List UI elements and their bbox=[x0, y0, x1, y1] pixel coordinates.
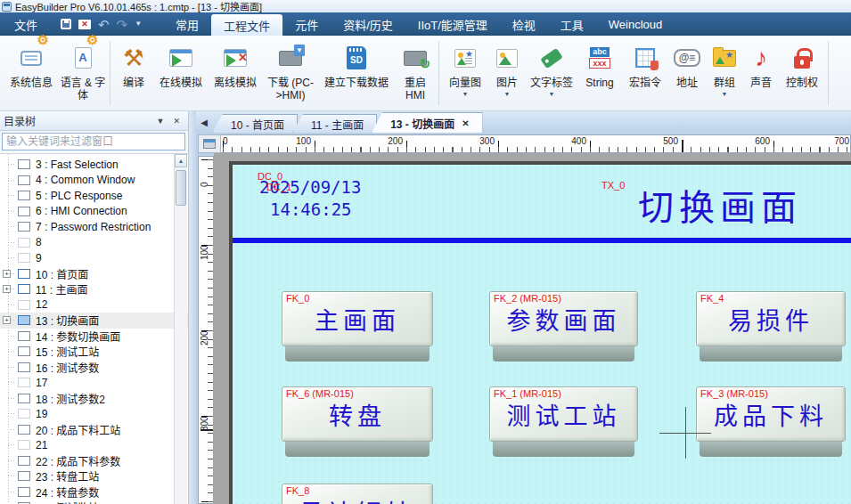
tree-item[interactable]: 25 : 测试监控 bbox=[0, 500, 188, 504]
compile-button[interactable]: ⚒ 编译 bbox=[113, 39, 154, 89]
menu-tab-weincloud[interactable]: Weincloud bbox=[596, 12, 675, 36]
app-icon bbox=[2, 2, 12, 12]
doc-tab-11[interactable]: 11 - 主画面 bbox=[292, 114, 377, 133]
window-icon bbox=[203, 139, 216, 149]
tree-scrollbar[interactable]: ▲ bbox=[174, 154, 187, 504]
expand-icon[interactable] bbox=[3, 285, 11, 293]
divider-line[interactable] bbox=[233, 238, 851, 243]
menu-tab-object[interactable]: 元件 bbox=[282, 12, 331, 36]
tree-item[interactable]: 14 : 参数切换画面 bbox=[0, 329, 188, 345]
picture-button[interactable]: 图片 ▼ bbox=[488, 39, 526, 97]
dropdown-caret-icon[interactable]: ▼ bbox=[549, 91, 555, 97]
function-key-parameter-screen[interactable]: FK_2 (MR-015) 参数画面 bbox=[489, 291, 638, 362]
panel-title: 目录树 bbox=[4, 113, 36, 128]
system-info-button[interactable]: ⚙ 系统信息 bbox=[4, 39, 59, 89]
function-key-main-screen[interactable]: FK_0 主画面 bbox=[282, 291, 433, 362]
scrollbar-thumb[interactable] bbox=[176, 170, 186, 206]
ruler-cursor-marker bbox=[200, 429, 213, 431]
tree-item[interactable]: 23 : 转盘工站 bbox=[0, 468, 188, 484]
group-button[interactable]: ★ 群组 ▼ bbox=[706, 39, 743, 97]
macro-button[interactable]: 宏指令 bbox=[622, 39, 668, 89]
doc-tab-13-active[interactable]: 13 - 切换画面 ✕ bbox=[372, 112, 482, 133]
screen-title-text[interactable]: 切换画面 bbox=[591, 179, 849, 231]
tree-filter-input[interactable] bbox=[2, 133, 185, 150]
tree-item[interactable]: 7 : Password Restriction bbox=[0, 219, 188, 235]
dropdown-caret-icon[interactable]: ▼ bbox=[504, 91, 511, 97]
tree-item[interactable]: 10 : 首页面 bbox=[0, 266, 188, 282]
offline-simulation-button[interactable]: ✕ 离线模拟 bbox=[208, 39, 263, 89]
panel-close-icon[interactable]: ✕ bbox=[168, 117, 184, 126]
text-label-button[interactable]: 文字标签 ▼ bbox=[526, 39, 577, 97]
function-key-finished-unload[interactable]: FK_3 (MR-015) 成品下料 bbox=[696, 386, 846, 457]
tree-item[interactable]: 5 : PLC Response bbox=[0, 188, 188, 204]
tree-item[interactable]: 9 bbox=[0, 250, 188, 266]
function-key-turntable[interactable]: FK_6 (MR-015) 转盘 bbox=[282, 386, 433, 457]
vector-graphic-button[interactable]: ★ 向量图 ▼ bbox=[442, 39, 488, 97]
menu-tab-common[interactable]: 常用 bbox=[163, 12, 211, 36]
tree-item[interactable]: 8 bbox=[0, 235, 188, 251]
tree-item[interactable]: 22 : 成品下料参数 bbox=[0, 453, 188, 469]
build-download-data-button[interactable]: SD 建立下载数据 bbox=[318, 39, 395, 89]
object-tag: DC_1 bbox=[266, 183, 291, 192]
dropdown-caret-icon[interactable]: ▼ bbox=[722, 91, 728, 97]
quick-access-caret-icon[interactable]: ▼ bbox=[135, 20, 142, 28]
control-token-button[interactable]: 控制权 bbox=[779, 39, 825, 89]
tree-item[interactable]: 15 : 测试工站 bbox=[0, 344, 188, 360]
hmi-screen-canvas[interactable]: DC_0 DC_1 2025/09/13 14:46:25 TX_0 切换画面 … bbox=[229, 161, 851, 504]
function-key-motor-shaft[interactable]: FK_8 马达钢轴 bbox=[282, 484, 433, 504]
panel-caret-icon[interactable]: ▼ bbox=[152, 117, 169, 126]
tree-item[interactable]: 20 : 成品下料工站 bbox=[0, 422, 188, 438]
reboot-hmi-button[interactable]: ↻ 重启 HMI bbox=[395, 39, 436, 102]
crosshair-cursor bbox=[685, 407, 686, 459]
close-window-icon[interactable]: ✕ bbox=[78, 20, 91, 29]
object-tag: FK_4 bbox=[700, 293, 724, 304]
tree-item[interactable]: 3 : Fast Selection bbox=[0, 157, 188, 173]
tab-scroll-left-icon[interactable]: ◀ bbox=[196, 113, 212, 133]
button-base-bar bbox=[493, 346, 634, 362]
ruler-cursor-marker bbox=[682, 140, 683, 152]
object-tag: FK_8 bbox=[286, 485, 309, 496]
scroll-up-icon[interactable]: ▲ bbox=[175, 154, 187, 167]
dropdown-caret-icon[interactable]: ▼ bbox=[462, 91, 469, 97]
tree-item[interactable]: 17 bbox=[0, 375, 188, 391]
tree-item[interactable]: 11 : 主画面 bbox=[0, 281, 188, 297]
tree-item[interactable]: 19 bbox=[0, 406, 188, 422]
menu-tab-data-history[interactable]: 资料/历史 bbox=[331, 12, 405, 36]
download-button[interactable]: ▼ 下载 (PC->HMI) bbox=[263, 39, 318, 102]
string-button[interactable]: abc xxx String bbox=[577, 39, 622, 89]
expand-icon[interactable] bbox=[3, 270, 11, 278]
undo-icon[interactable]: ↶ bbox=[98, 18, 110, 31]
reboot-hmi-icon: ↻ bbox=[404, 41, 427, 75]
menu-tab-project[interactable]: 工程文件 bbox=[211, 14, 282, 36]
menu-tab-iiot-energy[interactable]: IIoT/能源管理 bbox=[405, 12, 500, 36]
tree-item[interactable]: 12 bbox=[0, 297, 188, 313]
tree-item[interactable]: 24 : 转盘参数 bbox=[0, 484, 188, 500]
tree-item-selected[interactable]: 13 : 切换画面 bbox=[0, 313, 188, 329]
tab-close-icon[interactable]: ✕ bbox=[462, 118, 469, 128]
offline-simulation-icon: ✕ bbox=[224, 41, 247, 75]
time-display[interactable]: 14:46:25 bbox=[270, 199, 352, 219]
tree-item[interactable]: 18 : 测试参数2 bbox=[0, 391, 188, 407]
sound-button[interactable]: ♪ 声音 bbox=[743, 39, 779, 89]
button-base-bar bbox=[285, 442, 430, 457]
tree-item[interactable]: 21 bbox=[0, 437, 188, 453]
menu-tab-tool[interactable]: 工具 bbox=[548, 12, 596, 36]
tree-item[interactable]: 6 : HMI Connection bbox=[0, 204, 188, 220]
expand-icon[interactable] bbox=[3, 316, 11, 324]
redo-icon[interactable]: ↷ bbox=[117, 18, 128, 31]
language-font-icon: A⚙ bbox=[75, 41, 92, 75]
address-icon: @≡ bbox=[674, 41, 700, 75]
language-font-button[interactable]: A⚙ 语言 & 字体 bbox=[59, 39, 107, 102]
menu-tab-view[interactable]: 检视 bbox=[500, 12, 548, 36]
tree-item[interactable]: 4 : Common Window bbox=[0, 173, 188, 189]
online-simulation-button[interactable]: 在线模拟 bbox=[154, 39, 208, 89]
save-icon[interactable] bbox=[61, 19, 71, 29]
ruler-corner[interactable] bbox=[198, 134, 221, 153]
function-key-test-station[interactable]: FK_1 (MR-015) 测试工站 bbox=[489, 386, 638, 457]
function-key-wear-parts[interactable]: FK_4 易损件 bbox=[696, 291, 846, 362]
tree-item[interactable]: 16 : 测试参数 bbox=[0, 360, 188, 376]
panel-splitter[interactable] bbox=[189, 111, 196, 504]
ribbon-separator bbox=[438, 41, 439, 105]
address-button[interactable]: @≡ 地址 bbox=[668, 39, 706, 89]
doc-tab-10[interactable]: 10 - 首页面 bbox=[212, 114, 298, 133]
